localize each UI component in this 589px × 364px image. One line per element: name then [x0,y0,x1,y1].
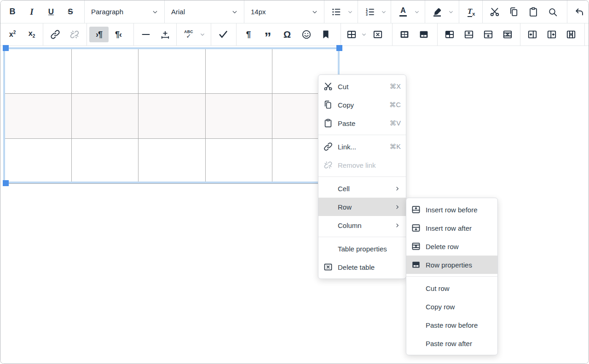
horizontal-rule-button[interactable] [136,27,156,42]
numbered-list-group [358,0,391,23]
italic-button[interactable]: I [22,4,41,20]
spellcheck-menu-chevron[interactable] [198,27,207,42]
bullet-list-group [324,0,358,23]
menu-item-paste[interactable]: Paste ⌘V [318,114,406,132]
delete-column-button[interactable] [561,27,581,42]
menu-item-delete-table[interactable]: Delete table [318,258,406,276]
menu-separator [318,135,406,135]
superscript-button[interactable]: x2 [3,27,22,42]
insert-table-button[interactable] [343,27,360,42]
menu-item-table-properties[interactable]: Table properties [318,239,406,258]
table-selection-border-top [4,47,340,49]
numbered-list-button[interactable] [360,4,380,20]
highlight-color-menu-chevron[interactable] [447,4,455,20]
table-cell[interactable] [139,139,206,184]
cell-properties-button[interactable] [440,27,459,42]
font-family-select[interactable]: Arial [167,4,242,20]
table-cell[interactable] [71,139,139,184]
delete-row-button[interactable] [498,27,517,42]
insert-row-before-button[interactable] [459,27,479,42]
highlight-color-group [425,0,459,23]
numbered-list-menu-chevron[interactable] [380,4,388,20]
table-cell[interactable] [71,94,139,139]
font-size-select[interactable]: 14px [247,4,322,20]
rtl-direction-button[interactable]: ¶‹ [109,27,128,42]
bold-button[interactable]: B [3,4,22,20]
table-cell[interactable] [205,139,272,184]
menu-item-column[interactable]: Column [318,216,406,234]
blockquote-button[interactable]: ” [258,24,277,45]
table-cell[interactable] [139,49,206,94]
copy-button[interactable] [504,4,524,20]
chevron-down-icon [380,8,387,16]
paste-button[interactable] [524,4,543,20]
clipboard-group [483,0,567,23]
cut-button[interactable] [485,4,504,20]
clear-formatting-button[interactable]: Tx [462,4,481,20]
highlight-color-button[interactable] [427,4,447,20]
emoji-button[interactable] [297,27,316,42]
insert-link-button[interactable] [46,27,65,42]
text-color-menu-chevron[interactable] [413,4,421,20]
submenu-item-insert-row-after[interactable]: Insert row after [406,219,497,237]
row-properties-icon [410,259,422,270]
bullet-list-button[interactable] [327,4,346,20]
search-button[interactable] [543,4,562,20]
submenu-item-paste-row-before[interactable]: Paste row before [406,316,497,334]
show-invisible-characters-button[interactable]: ¶ [239,27,258,42]
table-resize-handle-bottom-left[interactable] [3,180,9,186]
bookmark-icon [320,29,331,40]
menu-item-cell[interactable]: Cell [318,179,406,198]
underline-button[interactable]: U [41,4,61,20]
block-format-select[interactable]: Paragraph [87,4,162,20]
bullet-list-menu-chevron[interactable] [346,4,354,20]
menu-item-remove-link[interactable]: Remove link [318,156,406,174]
table-cell[interactable] [205,94,272,139]
subscript-button[interactable]: x2 [22,27,41,42]
undo-button[interactable] [570,4,589,20]
delete-table-button[interactable] [368,27,387,42]
submenu-item-cut-row[interactable]: Cut row [406,279,497,297]
table-cell[interactable] [139,94,206,139]
link-icon [50,29,61,40]
editor-canvas[interactable] [0,46,589,364]
table-properties-button[interactable] [395,27,414,42]
text-color-button[interactable]: A [393,4,413,20]
chevron-down-icon [311,8,319,16]
table-cell[interactable] [5,49,72,94]
menu-item-row[interactable]: Row [318,198,406,216]
table-resize-handle-top-left[interactable] [3,45,9,51]
table-resize-handle-top-right[interactable] [336,45,342,51]
scissors-icon [489,6,500,17]
submenu-item-paste-row-after[interactable]: Paste row after [406,334,497,353]
checkmark-button[interactable] [214,27,233,42]
table-cell[interactable] [5,139,72,184]
chevron-down-icon [346,8,354,16]
table-row-group [438,23,520,46]
row-properties-button[interactable] [414,27,433,42]
submenu-item-delete-row[interactable]: Delete row [406,237,497,256]
menu-item-link[interactable]: Link... ⌘K [318,137,406,156]
menu-item-cut[interactable]: Cut ⌘X [318,77,406,96]
page-break-button[interactable] [156,27,175,42]
menu-item-copy[interactable]: Copy ⌘C [318,96,406,114]
insert-column-before-button[interactable] [523,27,542,42]
table-cell[interactable] [205,49,272,94]
delete-row-icon [502,29,513,40]
table-cell[interactable] [5,94,72,139]
special-character-button[interactable]: Ω [277,27,297,42]
strikethrough-button[interactable]: S [61,4,80,20]
ltr-direction-button[interactable]: ›¶ [89,27,109,42]
remove-link-button[interactable] [65,27,84,42]
insert-row-after-button[interactable] [479,27,498,42]
chevron-down-icon [447,8,455,16]
insert-column-after-button[interactable] [542,27,561,42]
checkmark-group [211,23,237,46]
spellcheck-button[interactable]: ABC ✓ [179,27,198,42]
submenu-item-insert-row-before[interactable]: Insert row before [406,200,497,219]
anchor-button[interactable] [316,27,335,42]
table-cell[interactable] [71,49,139,94]
insert-table-menu-chevron[interactable] [360,27,368,42]
submenu-item-row-properties[interactable]: Row properties [406,256,497,274]
submenu-item-copy-row[interactable]: Copy row [406,297,497,316]
